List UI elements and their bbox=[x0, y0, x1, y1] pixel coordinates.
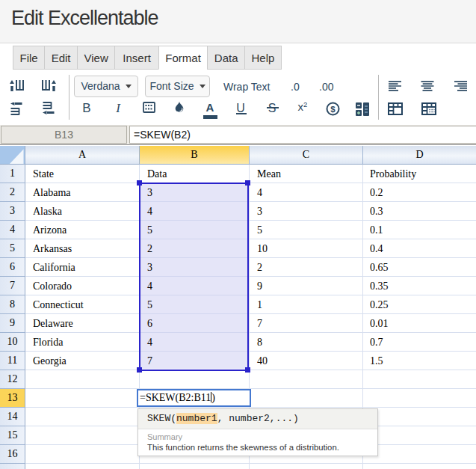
svg-text:$: $ bbox=[330, 105, 336, 114]
